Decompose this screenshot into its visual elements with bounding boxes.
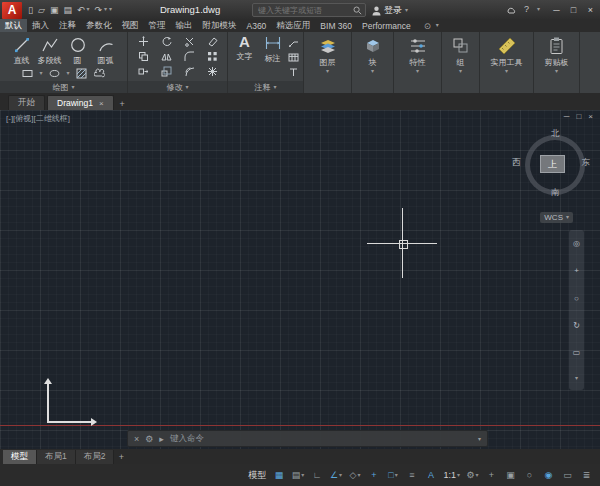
command-line[interactable]: × ⚙ ▸ 键入命令 ▾: [127, 430, 488, 447]
copy-tool-icon[interactable]: [137, 51, 149, 63]
offset-tool-icon[interactable]: [183, 66, 195, 78]
layout-tab-layout2[interactable]: 布局2: [76, 450, 115, 464]
new-button[interactable]: ▯: [28, 5, 33, 15]
redo-caret-icon[interactable]: ▾: [104, 7, 107, 12]
properties-panel[interactable]: 特性 ▾: [394, 32, 442, 93]
open-button[interactable]: ▱: [38, 5, 45, 15]
utilities-panel[interactable]: 实用工具 ▾: [480, 32, 534, 93]
viewcube-west-label[interactable]: 西: [512, 157, 521, 169]
ribbon-tab-performance[interactable]: Performance: [357, 19, 416, 32]
text-tool[interactable]: A 文字: [232, 34, 258, 81]
a360-sync-icon[interactable]: [506, 5, 516, 14]
clean-screen-toggle[interactable]: ▭: [560, 468, 575, 483]
ribbon-tab-featured-apps[interactable]: 精选应用: [271, 19, 315, 32]
mirror-tool-icon[interactable]: [160, 51, 172, 63]
navbar-caret-icon[interactable]: ▾: [575, 376, 578, 381]
viewcube-south-label[interactable]: 南: [525, 187, 585, 199]
object-snap-tracking-toggle[interactable]: +: [366, 468, 381, 483]
trim-tool-icon[interactable]: [183, 36, 195, 48]
viewcube-north-label[interactable]: 北: [525, 128, 585, 140]
ribbon-tab-output[interactable]: 输出: [171, 19, 198, 32]
orbit-icon[interactable]: ↻: [573, 321, 580, 330]
zoom-icon[interactable]: ○: [574, 294, 579, 303]
file-tab-start[interactable]: 开始: [8, 95, 45, 110]
lineweight-toggle[interactable]: ≡: [404, 468, 419, 483]
file-tab-close-icon[interactable]: ×: [99, 99, 104, 108]
minimize-button[interactable]: ─: [548, 5, 565, 15]
rectangle-tool-icon[interactable]: [21, 68, 33, 80]
clipboard-panel[interactable]: 剪贴板 ▾: [534, 32, 580, 93]
viewcube-top-face[interactable]: 上: [540, 155, 565, 173]
ribbon-collapse-icon[interactable]: ⊙: [424, 21, 431, 31]
undo-button[interactable]: ↶: [77, 5, 85, 15]
model-space-toggle[interactable]: 模型: [247, 468, 267, 483]
command-customize-icon[interactable]: ⚙: [145, 434, 153, 444]
leader-tool-icon[interactable]: [288, 36, 300, 48]
ribbon-tab-view[interactable]: 视图: [117, 19, 144, 32]
ribbon-tab-annotate[interactable]: 注释: [54, 19, 81, 32]
polyline-tool[interactable]: 多段线: [36, 36, 64, 66]
object-snap-toggle[interactable]: □▾: [385, 468, 400, 483]
graphics-performance-toggle[interactable]: ◉: [541, 468, 556, 483]
ellipse-tool-icon[interactable]: [49, 68, 61, 80]
redo-button[interactable]: ↷: [94, 5, 102, 15]
annotation-panel-label[interactable]: 注释 ▾: [228, 81, 303, 93]
ortho-toggle[interactable]: ∟: [309, 468, 324, 483]
plot-button[interactable]: ▤: [63, 5, 72, 15]
rectangle-caret-icon[interactable]: ▾: [39, 71, 42, 76]
maximize-button[interactable]: □: [565, 5, 582, 15]
line-tool[interactable]: 直线: [8, 36, 36, 66]
modify-panel-label[interactable]: 修改 ▾: [128, 81, 227, 93]
ribbon-tab-bim360[interactable]: BIM 360: [315, 19, 357, 32]
help-icon[interactable]: ?: [524, 4, 529, 14]
save-button[interactable]: ▣: [50, 5, 59, 15]
table-tool-icon[interactable]: [288, 51, 300, 63]
viewcube[interactable]: 北 南 西 东 上: [512, 130, 590, 196]
recent-commands-caret-icon[interactable]: ▾: [478, 435, 481, 442]
annotation-monitor-toggle[interactable]: +: [484, 468, 499, 483]
dimension-tool[interactable]: 标注: [260, 34, 286, 81]
viewcube-east-label[interactable]: 东: [582, 157, 591, 169]
viewport-controls-label[interactable]: [-][俯视][二维线框]: [6, 113, 70, 124]
draw-panel-label[interactable]: 绘图 ▾: [0, 81, 127, 93]
ribbon-tab-default[interactable]: 默认: [0, 19, 27, 32]
command-close-icon[interactable]: ×: [134, 434, 139, 444]
ribbon-collapse-caret-icon[interactable]: ▾: [436, 23, 439, 28]
qat-options-caret-icon[interactable]: ▾: [109, 7, 112, 12]
ribbon-tab-insert[interactable]: 插入: [27, 19, 54, 32]
quick-properties-toggle[interactable]: ▣: [503, 468, 518, 483]
scale-tool-icon[interactable]: [160, 66, 172, 78]
wcs-dropdown[interactable]: WCS ▾: [540, 212, 573, 223]
doc-restore-button[interactable]: □: [576, 112, 581, 121]
workspace-switching-button[interactable]: ⚙▾: [465, 468, 480, 483]
annotation-visibility-toggle[interactable]: A: [423, 468, 438, 483]
hatch-tool-icon[interactable]: [76, 68, 88, 80]
doc-minimize-button[interactable]: ─: [564, 112, 570, 121]
text-style-tool-icon[interactable]: [288, 66, 300, 78]
snap-toggle[interactable]: ▤▾: [290, 468, 305, 483]
customize-button[interactable]: ≣: [579, 468, 594, 483]
new-drawing-button[interactable]: +: [116, 97, 129, 110]
ribbon-tab-manage[interactable]: 管理: [144, 19, 171, 32]
show-motion-icon[interactable]: ▭: [573, 348, 581, 357]
ribbon-tab-a360[interactable]: A360: [242, 19, 272, 32]
app-menu-button[interactable]: A: [2, 2, 22, 19]
annotation-scale-button[interactable]: 1:1▾: [442, 468, 461, 483]
undo-caret-icon[interactable]: ▾: [86, 7, 89, 12]
polar-tracking-toggle[interactable]: ∠▾: [328, 468, 343, 483]
block-panel[interactable]: 块 ▾: [352, 32, 394, 93]
command-input[interactable]: 键入命令: [170, 433, 204, 445]
layout-tab-layout1[interactable]: 布局1: [37, 450, 76, 464]
signin-button[interactable]: 登录 ▾: [372, 4, 408, 17]
layout-tab-model[interactable]: 模型: [3, 450, 37, 464]
fillet-tool-icon[interactable]: [183, 51, 195, 63]
file-tab-drawing1[interactable]: Drawing1 ×: [47, 95, 114, 110]
help-caret-icon[interactable]: ▾: [537, 7, 540, 12]
rotate-tool-icon[interactable]: [160, 36, 172, 48]
new-layout-button[interactable]: +: [114, 450, 128, 464]
doc-close-button[interactable]: ×: [588, 112, 593, 121]
ribbon-tab-addins[interactable]: 附加模块: [198, 19, 242, 32]
stretch-tool-icon[interactable]: [137, 66, 149, 78]
cloud-tool-icon[interactable]: [94, 68, 106, 80]
groups-panel[interactable]: 组 ▾: [442, 32, 480, 93]
